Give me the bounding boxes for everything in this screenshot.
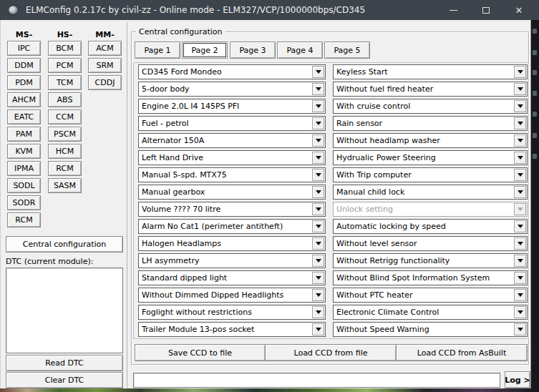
module-button-ipma[interactable]: IPMA <box>7 161 41 176</box>
chevron-down-icon[interactable] <box>312 152 324 164</box>
module-button-rcm-ms[interactable]: RCM <box>7 212 41 227</box>
module-button-sodr[interactable]: SODR <box>7 195 41 210</box>
dropdown-speed-warning[interactable]: Without Speed Warning <box>333 322 528 337</box>
clear-dtc-button[interactable]: Clear DTC <box>6 372 123 388</box>
chevron-down-icon[interactable] <box>514 134 526 147</box>
dropdown-transmission[interactable]: Manual 5-spd. MTX75 <box>138 167 326 182</box>
chevron-down-icon[interactable] <box>312 134 324 147</box>
module-button-tcm[interactable]: TCM <box>48 75 82 90</box>
module-button-eatc[interactable]: EATC <box>7 109 41 124</box>
chevron-down-icon[interactable] <box>514 66 526 78</box>
chevron-down-icon[interactable] <box>514 100 526 112</box>
chevron-down-icon[interactable] <box>312 255 324 267</box>
dropdown-dipped-light[interactable]: Standard dipped light <box>138 270 326 285</box>
chevron-down-icon[interactable] <box>514 152 526 164</box>
dropdown-vehicle-model[interactable]: CD345 Ford Mondeo <box>138 64 326 79</box>
dropdown-foglight[interactable]: Foglight without restrictions <box>138 305 326 320</box>
chevron-down-icon[interactable] <box>312 83 324 95</box>
module-button-ipc[interactable]: IPC <box>7 41 41 56</box>
tab-page-4[interactable]: Page 4 <box>277 41 323 59</box>
dropdown-asymmetry[interactable]: LH asymmetry <box>138 253 326 268</box>
dropdown-trip-computer[interactable]: With Trip computer <box>333 167 528 182</box>
dropdown-climate-control[interactable]: Electronic Climate Control <box>333 305 528 320</box>
chevron-down-icon[interactable] <box>514 83 526 95</box>
dropdown-engine[interactable]: Engine 2.0L I4 145PS PFI <box>138 99 326 114</box>
module-button-hcm[interactable]: HCM <box>48 144 82 159</box>
dropdown-dimmed-headlights[interactable]: Without Dimmed Dipped Headlights <box>138 288 326 303</box>
dropdown-gearbox-type[interactable]: Manual gearbox <box>138 185 326 200</box>
dropdown-trailer-module[interactable]: Trailer Module 13-pos socket <box>138 322 326 337</box>
tab-page-2[interactable]: Page 2 <box>182 41 228 59</box>
dropdown-alarm[interactable]: Alarm No Cat1 (perimeter antitheft) <box>138 219 326 234</box>
chevron-down-icon[interactable] <box>312 117 324 129</box>
chevron-down-icon[interactable] <box>514 323 526 335</box>
dropdown-power-steering[interactable]: Hydrualic Power Steering <box>333 150 528 165</box>
central-configuration-button[interactable]: Central configuration <box>6 236 123 253</box>
dropdown-ptc-heater[interactable]: Without PTC heater <box>333 288 528 303</box>
module-button-pscm[interactable]: PSCM <box>48 127 82 142</box>
close-button[interactable]: ✕ <box>502 0 535 20</box>
module-button-acm[interactable]: ACM <box>88 41 122 56</box>
module-button-cddj[interactable]: CDDJ <box>88 75 122 90</box>
chevron-down-icon[interactable] <box>312 323 324 335</box>
dropdown-drive-side[interactable]: Left Hand Drive <box>138 150 326 165</box>
chevron-down-icon[interactable] <box>514 272 526 284</box>
dropdown-level-sensor[interactable]: Without level sensor <box>333 236 528 251</box>
dropdown-child-lock[interactable]: Manual child lock <box>333 185 528 200</box>
dropdown-blind-spot[interactable]: Without Blind Spot Information System <box>333 270 528 285</box>
dropdown-rain-sensor[interactable]: Rain sensor <box>333 116 528 131</box>
dropdown-fuel[interactable]: Fuel - petrol <box>138 116 326 131</box>
module-button-kvm[interactable]: KVM <box>7 144 41 159</box>
dropdown-alternator[interactable]: Alternator 150A <box>138 133 326 148</box>
module-button-pcm[interactable]: PCM <box>48 58 82 73</box>
chevron-down-icon[interactable] <box>514 237 526 250</box>
load-ccd-file-button[interactable]: Load CCD from file <box>265 344 397 361</box>
module-button-ccm[interactable]: CCM <box>48 109 82 124</box>
tab-page-1[interactable]: Page 1 <box>135 41 180 59</box>
chevron-down-icon[interactable] <box>514 117 526 129</box>
module-button-pdm[interactable]: PDM <box>7 75 41 90</box>
log-command-input[interactable] <box>133 373 500 388</box>
maximize-button[interactable] <box>470 0 502 20</box>
chevron-down-icon[interactable] <box>312 220 324 232</box>
chevron-down-icon[interactable] <box>312 203 324 215</box>
dropdown-body-style[interactable]: 5-door body <box>138 82 326 97</box>
save-ccd-button[interactable]: Save CCD to file <box>135 344 266 361</box>
chevron-down-icon[interactable] <box>514 255 526 267</box>
module-button-abs[interactable]: ABS <box>48 92 82 107</box>
dropdown-keyless-start[interactable]: Keyless Start <box>333 64 528 79</box>
tab-page-5[interactable]: Page 5 <box>324 41 370 59</box>
chevron-down-icon[interactable] <box>312 306 324 318</box>
chevron-down-icon[interactable] <box>514 306 526 318</box>
chevron-down-icon[interactable] <box>514 289 526 301</box>
load-ccd-asbuilt-button[interactable]: Load CCD from AsBuilt <box>396 344 528 361</box>
dropdown-auto-locking[interactable]: Automatic locking by speed <box>333 219 528 234</box>
chevron-down-icon[interactable] <box>514 220 526 232</box>
tab-page-3[interactable]: Page 3 <box>230 41 276 59</box>
chevron-down-icon[interactable] <box>514 186 526 198</box>
module-button-sasm[interactable]: SASM <box>48 178 82 193</box>
minimize-button[interactable] <box>437 0 470 20</box>
chevron-down-icon[interactable] <box>312 272 324 284</box>
chevron-down-icon[interactable] <box>312 237 324 250</box>
dropdown-tank-volume[interactable]: Volume ???? 70 litre <box>138 202 326 217</box>
dropdown-cruise-control[interactable]: With cruise control <box>333 99 528 114</box>
chevron-down-icon[interactable] <box>312 169 324 181</box>
dtc-listbox[interactable] <box>6 268 123 353</box>
chevron-down-icon[interactable] <box>312 289 324 301</box>
module-button-srm[interactable]: SRM <box>88 58 122 73</box>
module-button-ahcm[interactable]: AHCM <box>7 92 41 107</box>
log-toggle-button[interactable]: Log > <box>505 371 530 388</box>
dropdown-headlamp-washer[interactable]: Without headlamp washer <box>333 133 528 148</box>
chevron-down-icon[interactable] <box>514 169 526 181</box>
chevron-down-icon[interactable] <box>312 100 324 112</box>
module-button-rcm-hs[interactable]: RCM <box>48 161 82 176</box>
read-dtc-button[interactable]: Read DTC <box>6 355 123 371</box>
dropdown-retrigg[interactable]: Without Retrigg functionality <box>333 253 528 268</box>
module-button-pam[interactable]: PAM <box>7 127 41 142</box>
chevron-down-icon[interactable] <box>312 66 324 78</box>
module-button-ddm[interactable]: DDM <box>7 58 41 73</box>
chevron-down-icon[interactable] <box>312 186 324 198</box>
module-button-bcm[interactable]: BCM <box>48 41 82 56</box>
dropdown-headlamps[interactable]: Halogen Headlamps <box>138 236 326 251</box>
